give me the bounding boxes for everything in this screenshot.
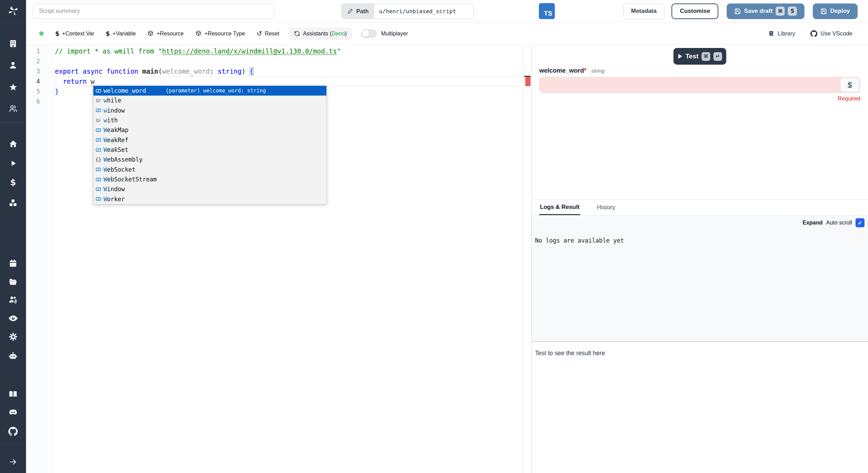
save-icon <box>820 8 827 15</box>
expand-button[interactable]: Expand <box>803 220 823 226</box>
completion-item[interactable]: while <box>93 96 326 105</box>
logs-controls: Expand Auto scroll ✓ <box>803 218 865 227</box>
windmill-logo[interactable] <box>5 5 21 17</box>
sidebar-item-folders[interactable] <box>5 276 21 288</box>
tab-logs-result[interactable]: Logs & Result <box>539 200 580 215</box>
completion-item[interactable]: Worker <box>93 194 326 204</box>
language-status-dot <box>39 31 44 36</box>
completion-item[interactable]: WebSocket <box>93 165 326 174</box>
completion-item[interactable]: Window <box>93 184 326 194</box>
github-icon <box>8 427 18 436</box>
multiplayer-label: Multiplayer <box>381 31 408 37</box>
completion-item[interactable]: {}WebAssembly <box>93 155 326 164</box>
sidebar-item-audit-logs[interactable] <box>5 312 21 324</box>
completion-item[interactable]: welcome_word(parameter) welcome_word: st… <box>93 86 326 96</box>
assistants-button[interactable]: Assistants (Deno) <box>289 27 352 40</box>
completion-item[interactable]: WeakRef <box>93 135 326 145</box>
sidebar-item-docs[interactable] <box>5 388 21 400</box>
variable-icon <box>95 166 102 172</box>
line-number: 6 <box>26 97 40 107</box>
save-draft-button[interactable]: Save draft ⌘ S <box>727 3 804 19</box>
completion-item[interactable]: WeakMap <box>93 125 326 135</box>
cube-icon <box>147 30 154 37</box>
metadata-button[interactable]: Metadata <box>623 3 665 19</box>
path-input[interactable] <box>374 4 474 18</box>
sidebar-divider <box>0 23 26 23</box>
autoscroll-label: Auto scroll <box>826 220 852 226</box>
error-marker <box>525 77 531 86</box>
code-line: // import * as wmill from "https://deno.… <box>55 46 341 56</box>
folder-open-icon <box>8 277 18 287</box>
overview-ruler[interactable] <box>523 45 531 473</box>
use-vscode-button[interactable]: Use VScode <box>810 30 852 37</box>
multiplayer-toggle[interactable] <box>361 29 377 38</box>
sidebar-item-workspace[interactable] <box>5 38 21 49</box>
dollar-icon: $ <box>106 30 110 37</box>
test-button[interactable]: Test ⌘ ↵ <box>673 48 726 65</box>
github-icon <box>810 30 817 37</box>
dollar-icon: $ <box>55 30 59 37</box>
completion-item[interactable]: window <box>93 106 326 115</box>
completion-item[interactable]: WeakSet <box>93 145 326 155</box>
script-summary-input[interactable] <box>33 3 274 19</box>
robot-icon <box>8 351 18 360</box>
typescript-badge: TS <box>539 3 555 19</box>
sidebar-item-favorites[interactable] <box>5 81 21 93</box>
sidebar-item-user[interactable] <box>5 59 21 71</box>
eye-icon <box>8 313 18 323</box>
add-resource-button[interactable]: +Resource <box>147 30 184 37</box>
line-number: 4 <box>26 76 40 87</box>
building-icon <box>9 39 17 48</box>
sidebar-item-variables[interactable]: $ <box>5 177 21 188</box>
home-icon <box>9 139 18 148</box>
add-resource-type-button[interactable]: +Resource Type <box>195 30 245 37</box>
variable-icon <box>95 177 102 182</box>
arguments-section: Test ⌘ ↵ welcome_word* string $ Required <box>532 45 868 199</box>
required-star: * <box>584 67 586 74</box>
welcome-word-input[interactable] <box>539 77 860 93</box>
sidebar-item-runs[interactable] <box>5 157 21 169</box>
code-editor[interactable]: 123456 // import * as wmill from "https:… <box>26 45 531 473</box>
field-label-row: welcome_word* string <box>539 67 604 74</box>
s-key-badge: S <box>788 7 797 16</box>
keyword-icon <box>95 117 102 123</box>
sidebar: $ <box>0 0 26 473</box>
enter-key-badge: ↵ <box>713 52 722 61</box>
customise-button[interactable]: Customise <box>671 3 718 19</box>
edit-path-button[interactable]: Path <box>342 4 374 18</box>
path-group: Path <box>341 3 474 19</box>
sidebar-item-resources[interactable] <box>5 197 21 209</box>
sidebar-item-github[interactable] <box>5 425 21 437</box>
sidebar-item-settings[interactable] <box>5 331 21 343</box>
users-gear-icon <box>8 295 18 305</box>
sidebar-item-workers[interactable] <box>5 350 21 361</box>
variable-icon <box>95 186 102 192</box>
sidebar-item-home[interactable] <box>5 138 21 150</box>
deploy-button[interactable]: Deploy <box>813 3 858 19</box>
library-button[interactable]: Library <box>768 30 795 37</box>
play-icon <box>677 54 682 59</box>
add-variable-button[interactable]: $ +Variable <box>106 30 136 37</box>
tab-bar: Logs & Result History <box>532 199 868 215</box>
preview-panel: Test ⌘ ↵ welcome_word* string $ Required… <box>531 45 868 473</box>
sidebar-item-community[interactable] <box>5 103 21 114</box>
line-number: 5 <box>26 87 40 97</box>
sidebar-item-groups[interactable] <box>5 294 21 306</box>
arrow-right-icon <box>9 457 18 466</box>
sidebar-item-schedules[interactable] <box>5 257 21 269</box>
line-number: 3 <box>26 66 40 76</box>
sidebar-expand-button[interactable] <box>5 456 21 468</box>
cmd-key-badge: ⌘ <box>702 52 710 61</box>
play-icon <box>9 159 17 168</box>
variable-icon <box>95 88 102 94</box>
completion-item[interactable]: with <box>93 115 326 125</box>
sidebar-item-discord[interactable] <box>5 407 21 418</box>
completion-item[interactable]: WebSocketStream <box>93 174 326 184</box>
tab-history[interactable]: History <box>596 200 616 215</box>
code-line: export async function main(welcome_word:… <box>55 66 253 76</box>
reset-button[interactable]: ↺ Reset <box>257 30 279 37</box>
user-icon <box>9 61 17 70</box>
autoscroll-checkbox[interactable]: ✓ <box>856 218 865 227</box>
add-context-var-button[interactable]: $ +Context Var <box>55 30 94 37</box>
insert-variable-button[interactable]: $ <box>840 78 859 92</box>
